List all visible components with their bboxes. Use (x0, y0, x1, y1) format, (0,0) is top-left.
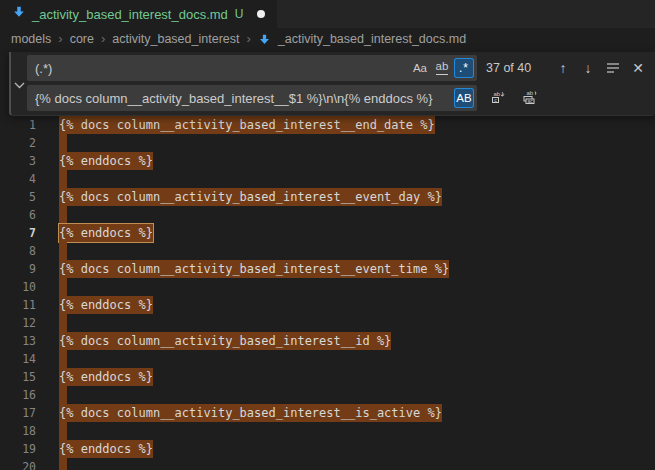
vscode-window: _activity_based_interest_docs.md U model… (0, 0, 655, 470)
line-content[interactable]: {% enddocs %} (59, 296, 153, 314)
replace-button[interactable]: ab c (487, 87, 509, 109)
svg-text:c: c (494, 96, 497, 102)
tab-bar: _activity_based_interest_docs.md U (0, 0, 655, 28)
line-content[interactable]: {% docs column__activity_based_interest_… (59, 404, 442, 422)
breadcrumb: models › core › activity_based_interest … (0, 28, 655, 50)
svg-text:ab: ab (527, 89, 534, 95)
line-content[interactable]: {% docs column__activity_based_interest_… (59, 332, 391, 350)
close-find-button[interactable]: ✕ (627, 57, 649, 79)
markdown-file-icon (12, 5, 26, 23)
preserve-case-toggle[interactable]: AB (454, 88, 474, 108)
editor-line: 9 {% docs column__activity_based_interes… (0, 260, 655, 278)
next-match-button[interactable]: ↓ (577, 57, 599, 79)
find-match-empty-line (59, 134, 67, 152)
editor-line: 5 {% docs column__activity_based_interes… (0, 188, 655, 206)
find-replace-widget: (.*) Aa ab .* 37 of 40 ↑ ↓ (9, 52, 655, 116)
editor-line: 16 (0, 386, 655, 404)
chevron-right-icon: › (246, 32, 250, 45)
find-match: {% docs column__activity_based_interest_… (59, 332, 391, 350)
line-content[interactable] (59, 170, 67, 188)
match-count: 37 of 40 (486, 61, 541, 75)
line-content[interactable] (59, 242, 67, 260)
line-number: 18 (0, 422, 36, 440)
line-content[interactable]: {% enddocs %} (59, 152, 153, 170)
toggle-replace-button[interactable] (11, 52, 27, 115)
editor-area: 1 {% docs column__activity_based_interes… (0, 50, 655, 470)
editor-line: 19 {% enddocs %} (0, 440, 655, 458)
line-number: 13 (0, 332, 36, 350)
breadcrumb-item-activity-based-interest[interactable]: activity_based_interest (112, 32, 239, 46)
breadcrumb-item-file[interactable]: _activity_based_interest_docs.md (278, 32, 466, 46)
editor-line: 14 (0, 350, 655, 368)
breadcrumb-item-core[interactable]: core (70, 32, 94, 46)
line-number: 11 (0, 296, 36, 314)
find-match: {% docs column__activity_based_interest_… (59, 260, 449, 278)
editor-line: 11 {% enddocs %} (0, 296, 655, 314)
find-match: {% docs column__activity_based_interest_… (59, 188, 442, 206)
find-match-empty-line (59, 242, 67, 260)
line-content[interactable] (59, 422, 67, 440)
line-number: 16 (0, 386, 36, 404)
current-find-match: {% enddocs %} (59, 224, 153, 242)
whole-word-icon: ab (436, 61, 449, 75)
line-content[interactable] (59, 386, 67, 404)
find-match: {% enddocs %} (59, 368, 153, 386)
line-number: 2 (0, 134, 36, 152)
editor-line: 1 {% docs column__activity_based_interes… (0, 116, 655, 134)
replace-all-button[interactable]: ab ac (519, 87, 541, 109)
previous-match-button[interactable]: ↑ (552, 57, 574, 79)
regex-icon: .* (459, 61, 469, 75)
editor-line: 6 (0, 206, 655, 224)
line-number: 9 (0, 260, 36, 278)
whole-word-toggle[interactable]: ab (432, 58, 452, 78)
find-query-text: (.*) (35, 61, 410, 76)
line-content[interactable] (59, 206, 67, 224)
editor-line: 2 (0, 134, 655, 152)
editor-line: 17 {% docs column__activity_based_intere… (0, 404, 655, 422)
find-input[interactable]: (.*) Aa ab .* (27, 55, 477, 81)
line-content[interactable]: {% enddocs %} (59, 368, 153, 386)
arrow-down-icon: ↓ (585, 60, 592, 76)
line-number: 4 (0, 170, 36, 188)
line-content[interactable]: {% docs column__activity_based_interest_… (59, 188, 442, 206)
find-match-empty-line (59, 314, 67, 332)
editor-line: 8 (0, 242, 655, 260)
line-content[interactable] (59, 314, 67, 332)
line-content[interactable]: {% enddocs %} (59, 440, 153, 458)
line-content[interactable]: {% enddocs %} (59, 224, 153, 242)
find-in-selection-button[interactable] (602, 57, 624, 79)
chevron-down-icon (14, 75, 25, 93)
regex-toggle[interactable]: .* (454, 58, 474, 78)
replace-icon: ab c (490, 89, 506, 108)
match-case-toggle[interactable]: Aa (410, 58, 430, 78)
line-number: 7 (0, 224, 36, 242)
line-content[interactable]: {% docs column__activity_based_interest_… (59, 116, 435, 134)
line-content[interactable] (59, 350, 67, 368)
line-number: 5 (0, 188, 36, 206)
replace-all-icon: ab ac (522, 89, 538, 108)
find-match-empty-line (59, 422, 67, 440)
markdown-file-icon (258, 33, 271, 46)
line-content[interactable] (59, 458, 67, 470)
line-content[interactable] (59, 278, 67, 296)
find-match-empty-line (59, 278, 67, 296)
line-number: 1 (0, 116, 36, 134)
line-number: 19 (0, 440, 36, 458)
find-match-empty-line (59, 170, 67, 188)
find-match: {% enddocs %} (59, 440, 153, 458)
editor-line: 15 {% enddocs %} (0, 368, 655, 386)
line-number: 10 (0, 278, 36, 296)
replace-input[interactable]: {% docs column__activity_based_interest_… (27, 85, 477, 111)
line-content[interactable] (59, 134, 67, 152)
replace-value-text: {% docs column__activity_based_interest_… (35, 91, 454, 106)
breadcrumb-item-models[interactable]: models (11, 32, 51, 46)
replace-options: AB (454, 88, 474, 108)
find-widget-body: (.*) Aa ab .* 37 of 40 ↑ ↓ (27, 52, 655, 115)
editor-line: 10 (0, 278, 655, 296)
editor-line: 13 {% docs column__activity_based_intere… (0, 332, 655, 350)
line-content[interactable]: {% docs column__activity_based_interest_… (59, 260, 449, 278)
unsaved-dot-icon[interactable] (257, 10, 265, 18)
tab-activity-docs[interactable]: _activity_based_interest_docs.md U (0, 0, 278, 28)
find-match: {% enddocs %} (59, 152, 153, 170)
editor-line: 4 (0, 170, 655, 188)
